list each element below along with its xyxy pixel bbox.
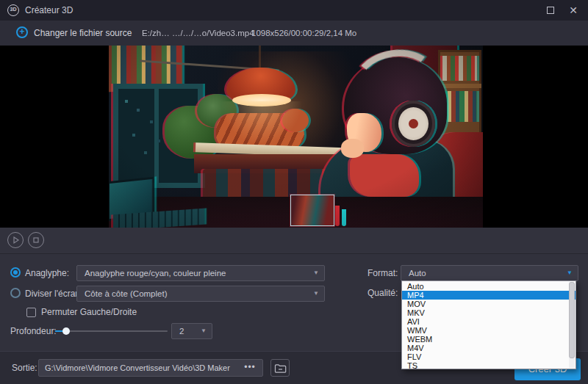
format-option-selected[interactable]: MP4: [402, 291, 576, 300]
file-path: E:/zh… …/…/…o/Video3.mp4: [142, 21, 254, 46]
maximize-button[interactable]: [547, 7, 554, 14]
format-option[interactable]: WMV: [402, 326, 576, 335]
format-select[interactable]: Auto ▼: [401, 265, 578, 281]
app-logo-icon: 3D: [7, 4, 19, 16]
format-option[interactable]: TS: [402, 361, 576, 370]
toolbar: + Changer le fichier source E:/zh… …/…/……: [0, 21, 588, 46]
change-source-button[interactable]: Changer le fichier source: [34, 21, 132, 46]
open-folder-button[interactable]: [270, 359, 290, 377]
format-option[interactable]: FLV: [402, 352, 576, 361]
chevron-down-icon: ▼: [567, 266, 573, 280]
close-button[interactable]: ✕: [567, 4, 579, 16]
format-options: Auto MP4 MOV MKV AVI WMV WEBM M4V FLV TS: [402, 281, 576, 370]
split-screen-label: Diviser l'écran:: [25, 289, 82, 299]
preview-zoom-box[interactable]: [290, 195, 334, 226]
format-option[interactable]: MKV: [402, 308, 576, 317]
format-option[interactable]: MOV: [402, 300, 576, 308]
depth-label: Profondeur:: [10, 326, 57, 336]
anaglyph-select[interactable]: Anaglyphe rouge/cyan, couleur pleine ▼: [76, 265, 325, 281]
title-bar: 3D Créateur 3D ✕: [0, 0, 588, 21]
chevron-down-icon: ▼: [313, 286, 319, 301]
app-window: 3D Créateur 3D ✕ + Changer le fichier so…: [0, 0, 588, 384]
depth-select[interactable]: 2 ▼: [171, 323, 212, 339]
format-option[interactable]: M4V: [402, 344, 576, 352]
depth-slider-thumb[interactable]: [62, 327, 70, 335]
split-screen-select[interactable]: Côte à côte (Complet) ▼: [76, 286, 325, 302]
quality-label: Qualité:: [368, 288, 398, 298]
anaglyph-label: Anaglyphe:: [25, 268, 69, 278]
window-title: Créateur 3D: [25, 0, 73, 21]
format-label: Format:: [368, 268, 398, 278]
output-path-field[interactable]: [38, 359, 263, 377]
video-stage: [0, 46, 588, 228]
depth-slider[interactable]: [55, 330, 168, 332]
play-button[interactable]: [7, 232, 24, 248]
format-option[interactable]: AVI: [402, 317, 576, 326]
format-option[interactable]: WEBM: [402, 335, 576, 344]
swap-left-right-checkbox[interactable]: [26, 308, 36, 317]
stop-button[interactable]: [28, 232, 44, 248]
player-bar: 00:00:00.00/00:00:29.08: [0, 228, 588, 253]
chevron-down-icon: ▼: [313, 266, 319, 280]
chevron-down-icon: ▼: [201, 324, 207, 338]
swap-left-right-label: Permuter Gauche/Droite: [41, 307, 137, 317]
browse-button[interactable]: •••: [240, 359, 260, 377]
video-preview: [109, 46, 483, 228]
format-dropdown-list: Auto MP4 MOV MKV AVI WMV WEBM M4V FLV TS: [401, 280, 576, 369]
dropdown-scrollbar-thumb[interactable]: [569, 282, 575, 358]
add-source-icon[interactable]: +: [16, 26, 28, 38]
format-option[interactable]: Auto: [402, 282, 576, 291]
split-screen-radio[interactable]: [10, 288, 21, 298]
output-label: Sortie:: [12, 363, 37, 373]
file-info: 1098x526/00:00:29/2,14 Mo: [251, 21, 356, 46]
folder-icon: [274, 363, 287, 374]
anaglyph-radio[interactable]: [10, 267, 21, 278]
